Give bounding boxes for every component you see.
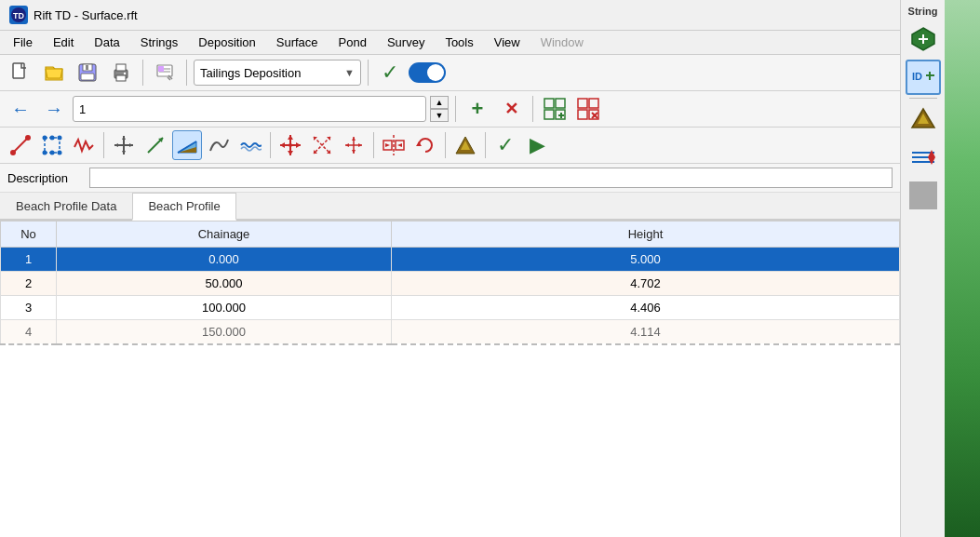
beach-slope-tool-button[interactable] (172, 130, 202, 160)
new-file-button[interactable] (6, 58, 35, 87)
tools-bar: ✓ ▶ (0, 128, 900, 164)
move-all-button[interactable] (275, 130, 305, 160)
delete-record-button[interactable]: ✕ (496, 94, 526, 124)
flip-button[interactable] (379, 130, 409, 160)
cell-chainage: 0.000 (57, 248, 392, 272)
menu-data[interactable]: Data (85, 33, 128, 52)
mountain-icon (453, 133, 477, 157)
menu-deposition[interactable]: Deposition (189, 33, 264, 52)
id-add-button[interactable]: ID (906, 60, 941, 95)
menu-survey[interactable]: Survey (378, 33, 434, 52)
waveform-tool-button[interactable] (69, 130, 99, 160)
align-button[interactable] (339, 130, 369, 160)
polygon-add-button[interactable] (906, 21, 941, 57)
menu-edit[interactable]: Edit (44, 33, 83, 52)
string-label: String (908, 4, 938, 19)
select-tool-button[interactable] (37, 130, 67, 160)
record-number-input[interactable] (73, 96, 426, 122)
toolbar-row-2: ← → ▲ ▼ + ✕ (0, 91, 900, 128)
add-grid-button[interactable] (540, 94, 570, 124)
play-button[interactable]: ▶ (522, 130, 552, 160)
arrow-tool-icon (144, 134, 167, 156)
open-folder-icon (43, 61, 65, 84)
new-file-icon (9, 61, 32, 84)
terrain-sidebar-button[interactable] (906, 101, 941, 137)
add-grid-icon (543, 97, 567, 121)
rotate-button[interactable] (410, 130, 440, 160)
cell-height: 4.702 (392, 272, 900, 296)
node-tool-button[interactable] (6, 130, 35, 160)
edit-button[interactable] (150, 58, 180, 87)
cell-chainage: 50.000 (57, 272, 392, 296)
open-file-button[interactable] (39, 58, 69, 87)
table-header-row: No Chainage Height (1, 222, 900, 248)
spin-buttons: ▲ ▼ (430, 96, 449, 122)
forward-button[interactable]: → (39, 94, 69, 124)
description-input[interactable] (89, 168, 893, 188)
print-button[interactable] (106, 58, 136, 87)
tab-beach-profile-data[interactable]: Beach Profile Data (0, 193, 132, 219)
svg-point-11 (124, 73, 126, 74)
svg-marker-66 (345, 143, 349, 147)
save-icon (76, 61, 99, 84)
save-button[interactable] (73, 58, 102, 87)
tab-bar: Beach Profile Data Beach Profile (0, 193, 900, 221)
beach-slope-icon (176, 134, 198, 156)
curve-tool-icon (208, 134, 230, 156)
menu-view[interactable]: View (485, 33, 530, 52)
table-row[interactable]: 1 0.000 5.000 (1, 248, 900, 272)
svg-marker-59 (327, 137, 330, 141)
svg-line-28 (13, 138, 28, 153)
separator-1 (142, 60, 143, 86)
description-row: Description (0, 164, 900, 193)
expand-icon (310, 133, 334, 157)
right-sidebar: String ID (900, 0, 945, 537)
app-title: Rift TD - Surface.rft (34, 8, 138, 22)
deposition-dropdown[interactable]: Tailings Deposition ▼ (194, 60, 361, 86)
flow-sidebar-button[interactable] (906, 140, 941, 175)
dropdown-value: Tailings Deposition (200, 66, 301, 80)
menu-bar: File Edit Data Strings Deposition Surfac… (0, 31, 900, 55)
forward-arrow-icon: → (45, 99, 63, 120)
back-button[interactable]: ← (6, 94, 35, 124)
arrow-tool-button[interactable] (141, 130, 170, 160)
crosssection-icon (113, 134, 135, 156)
wave-tool-button[interactable] (235, 130, 265, 160)
curve-tool-button[interactable] (204, 130, 234, 160)
spin-up-button[interactable]: ▲ (430, 96, 449, 109)
menu-pond[interactable]: Pond (329, 33, 376, 52)
svg-point-34 (43, 151, 47, 155)
svg-rect-9 (116, 64, 126, 71)
far-right-panel (945, 0, 980, 537)
title-bar: TD Rift TD - Surface.rft (0, 0, 900, 31)
expand-button[interactable] (307, 130, 337, 160)
svg-marker-51 (288, 135, 293, 140)
menu-tools[interactable]: Tools (436, 33, 482, 52)
menu-file[interactable]: File (4, 33, 42, 52)
tools-confirm-button[interactable]: ✓ (490, 130, 520, 160)
separator-tools-4 (445, 132, 446, 158)
tab-beach-profile[interactable]: Beach Profile (132, 193, 235, 221)
delete-icon: ✕ (504, 99, 518, 119)
toggle-switch[interactable] (409, 62, 446, 83)
table-row[interactable]: 4 150.000 4.114 (1, 320, 900, 345)
crosssection-tool-button[interactable] (109, 130, 139, 160)
toolbar-row-1: Tailings Deposition ▼ ✓ (0, 55, 900, 91)
spin-down-button[interactable]: ▼ (430, 109, 449, 122)
svg-rect-2 (13, 63, 24, 78)
terrain-button[interactable] (450, 130, 480, 160)
menu-surface[interactable]: Surface (267, 33, 328, 52)
separator-tools-1 (103, 132, 104, 158)
select-box-icon (41, 134, 63, 156)
menu-strings[interactable]: Strings (131, 33, 187, 52)
terrain-preview (945, 0, 980, 537)
svg-marker-71 (385, 143, 390, 147)
add-record-button[interactable]: + (463, 94, 492, 124)
table-row[interactable]: 3 100.000 4.406 (1, 296, 900, 320)
table-row[interactable]: 2 50.000 4.702 (1, 272, 900, 296)
confirm-button[interactable]: ✓ (375, 58, 405, 87)
svg-marker-73 (416, 141, 422, 146)
delete-grid-button[interactable] (573, 94, 603, 124)
svg-point-29 (10, 150, 16, 155)
menu-window[interactable]: Window (531, 33, 593, 52)
